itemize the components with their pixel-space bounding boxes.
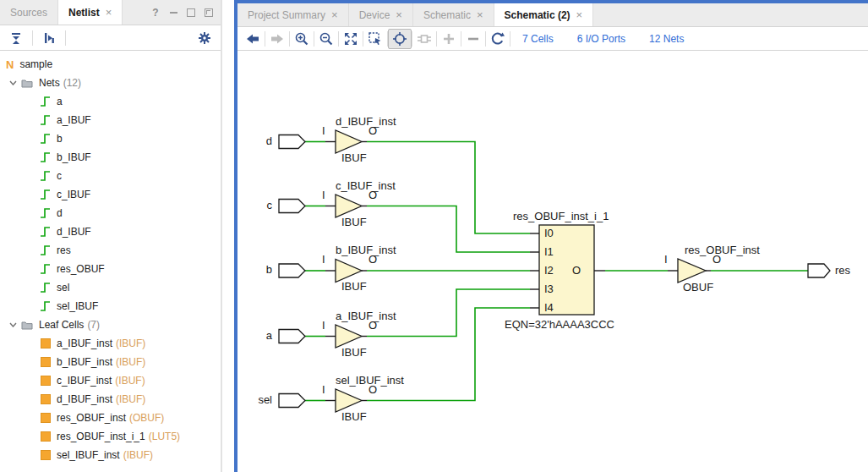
cell-obuf[interactable] xyxy=(678,259,706,283)
cell-sel-ibuf[interactable] xyxy=(336,389,362,412)
close-icon[interactable]: × xyxy=(477,9,483,20)
io-ports-count-link[interactable]: 6 I/O Ports xyxy=(577,33,625,45)
cell-label: sel_IBUF_inst xyxy=(57,449,120,461)
tree-item-net[interactable]: res_OBUF xyxy=(0,260,221,278)
net-label: b_IBUF xyxy=(57,151,91,163)
cell-type: (IBUF) xyxy=(116,393,145,405)
net-icon xyxy=(41,264,51,274)
tree-item-net[interactable]: b_IBUF xyxy=(0,148,221,167)
tree-item-cell[interactable]: b_IBUF_inst (IBUF) xyxy=(0,353,221,371)
net-label: sel xyxy=(57,282,69,294)
cells-count-link[interactable]: 7 Cells xyxy=(522,33,554,45)
tree-item-net[interactable]: sel_IBUF xyxy=(0,297,221,316)
pin-label-i: I xyxy=(322,254,325,266)
zoom-selection-button[interactable] xyxy=(363,29,387,49)
net-icon xyxy=(41,245,51,255)
close-icon[interactable]: × xyxy=(106,7,112,18)
zoom-fit-icon xyxy=(343,31,358,47)
tree-folder-nets[interactable]: Nets (12) xyxy=(0,74,221,92)
back-button[interactable] xyxy=(241,29,265,49)
tab-schematic-2[interactable]: Schematic (2) × xyxy=(494,3,594,26)
tree-item-net[interactable]: a xyxy=(0,92,221,111)
tree-item-net[interactable]: d xyxy=(0,204,221,222)
expand-cone-button[interactable] xyxy=(412,29,436,49)
net-icon xyxy=(41,301,51,311)
tree-item-net[interactable]: c xyxy=(0,167,221,185)
port-b[interactable] xyxy=(279,264,305,277)
tree-folder-leaf-cells[interactable]: Leaf Cells (7) xyxy=(0,316,221,334)
close-icon[interactable]: × xyxy=(396,9,402,20)
tab-netlist[interactable]: Netlist × xyxy=(58,0,123,25)
collapse-all-button[interactable] xyxy=(5,28,27,48)
schematic-toolbar: 7 Cells 6 I/O Ports 12 Nets xyxy=(237,27,868,51)
regenerate-button[interactable] xyxy=(486,29,510,49)
folder-icon xyxy=(21,321,33,330)
chevron-down-icon[interactable] xyxy=(8,321,17,329)
cell-type-label: IBUF xyxy=(341,152,367,164)
panel-window-controls: ? xyxy=(150,0,221,25)
port-d[interactable] xyxy=(279,135,305,149)
add-button[interactable] xyxy=(437,29,461,49)
net-label: d_IBUF xyxy=(57,226,91,238)
tree-item-cell[interactable]: res_OBUF_inst (OBUF) xyxy=(0,409,221,427)
cell-d-ibuf[interactable] xyxy=(336,130,362,153)
float-icon[interactable] xyxy=(204,8,214,18)
zoom-selection-icon xyxy=(368,31,383,47)
port-label-c: c xyxy=(245,200,272,211)
close-icon[interactable]: × xyxy=(576,9,583,20)
tab-schematic[interactable]: Schematic × xyxy=(413,3,494,26)
port-label-a: a xyxy=(245,330,272,342)
tab-device[interactable]: Device × xyxy=(349,3,413,26)
cell-c-ibuf[interactable] xyxy=(336,195,362,217)
tree-item-net[interactable]: res xyxy=(0,241,221,260)
maximize-icon[interactable] xyxy=(186,8,196,18)
inst-label: c_IBUF_inst xyxy=(336,180,396,192)
expand-button[interactable] xyxy=(38,28,60,48)
zoom-in-button[interactable] xyxy=(290,29,314,49)
tree-item-net[interactable]: c_IBUF xyxy=(0,185,221,204)
tab-sources[interactable]: Sources xyxy=(0,0,58,25)
minus-icon xyxy=(466,31,481,47)
tree-item-net[interactable]: a_IBUF xyxy=(0,111,221,129)
minimize-icon[interactable] xyxy=(168,8,178,18)
tree-item-cell[interactable]: sel_IBUF_inst (IBUF) xyxy=(0,446,221,464)
remove-button[interactable] xyxy=(461,29,485,49)
pin-label-o: O xyxy=(368,254,377,266)
settings-button[interactable] xyxy=(194,28,216,48)
tree-root-sample[interactable]: N sample xyxy=(0,55,221,74)
tree-item-cell[interactable]: c_IBUF_inst (IBUF) xyxy=(0,371,221,390)
zoom-out-button[interactable] xyxy=(314,29,338,49)
nets-count-link[interactable]: 12 Nets xyxy=(649,33,684,45)
lut-pin-i3: I3 xyxy=(544,283,554,295)
tree-item-cell[interactable]: res_OBUF_inst_i_1 (LUT5) xyxy=(0,427,221,446)
chevron-down-icon[interactable] xyxy=(8,79,17,87)
port-sel[interactable] xyxy=(279,394,305,408)
left-toolbar xyxy=(0,25,221,51)
inst-label: b_IBUF_inst xyxy=(336,244,396,256)
forward-button[interactable] xyxy=(265,29,289,49)
cell-icon xyxy=(41,431,51,442)
cell-b-ibuf[interactable] xyxy=(336,260,362,283)
collapse-all-icon xyxy=(9,31,23,45)
autofit-selection-button[interactable] xyxy=(388,29,412,49)
tree-item-net[interactable]: sel xyxy=(0,278,221,297)
lut-inst-label: res_OBUF_inst_i_1 xyxy=(513,211,609,222)
tree-item-net[interactable]: b xyxy=(0,129,221,148)
close-icon[interactable]: × xyxy=(331,9,338,20)
zoom-fit-button[interactable] xyxy=(339,29,363,49)
lut-pin-i2: I2 xyxy=(544,265,554,277)
tree-item-cell[interactable]: a_IBUF_inst (IBUF) xyxy=(0,334,221,353)
port-a[interactable] xyxy=(279,330,305,343)
cell-type-label: IBUF xyxy=(341,347,367,359)
net-label: a xyxy=(57,96,63,107)
right-tabbar: Project Summary × Device × Schematic × S… xyxy=(237,3,868,27)
lut-pin-i0: I0 xyxy=(544,228,554,239)
schematic-canvas[interactable]: d d_IBUF_inst I O IBUF c c_IBUF_inst I O… xyxy=(237,51,868,471)
help-icon[interactable]: ? xyxy=(150,8,161,18)
tree-item-net[interactable]: d_IBUF xyxy=(0,222,221,241)
tree-item-cell[interactable]: d_IBUF_inst (IBUF) xyxy=(0,390,221,409)
port-c[interactable] xyxy=(279,200,305,213)
tab-project-summary[interactable]: Project Summary × xyxy=(237,3,349,26)
port-res[interactable] xyxy=(808,264,830,277)
cell-a-ibuf[interactable] xyxy=(336,325,362,348)
